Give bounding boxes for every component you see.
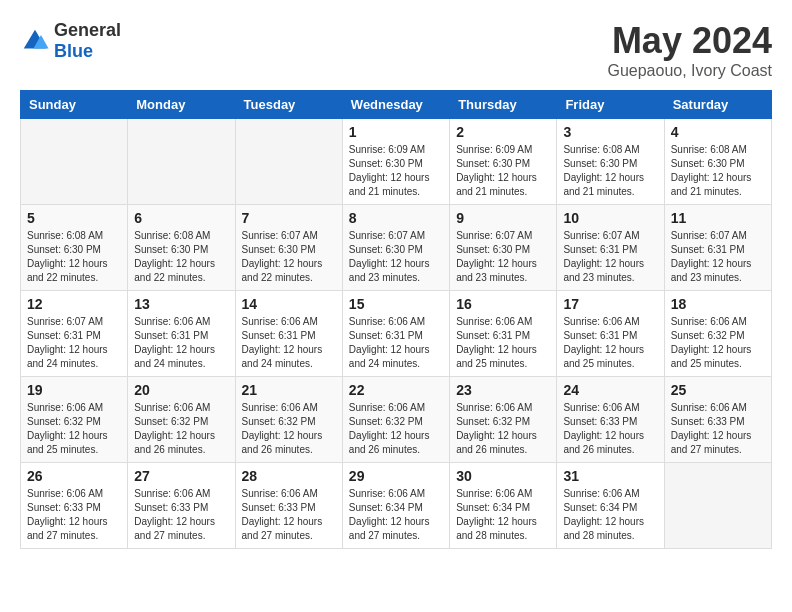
day-number: 20 xyxy=(134,382,228,398)
day-number: 9 xyxy=(456,210,550,226)
day-info: Sunrise: 6:06 AM Sunset: 6:33 PM Dayligh… xyxy=(671,401,765,457)
day-cell: 30Sunrise: 6:06 AM Sunset: 6:34 PM Dayli… xyxy=(450,463,557,549)
day-cell: 23Sunrise: 6:06 AM Sunset: 6:32 PM Dayli… xyxy=(450,377,557,463)
week-row-5: 26Sunrise: 6:06 AM Sunset: 6:33 PM Dayli… xyxy=(21,463,772,549)
day-info: Sunrise: 6:07 AM Sunset: 6:31 PM Dayligh… xyxy=(671,229,765,285)
day-info: Sunrise: 6:06 AM Sunset: 6:33 PM Dayligh… xyxy=(134,487,228,543)
header-saturday: Saturday xyxy=(664,91,771,119)
day-cell xyxy=(21,119,128,205)
day-cell: 16Sunrise: 6:06 AM Sunset: 6:31 PM Dayli… xyxy=(450,291,557,377)
day-cell: 31Sunrise: 6:06 AM Sunset: 6:34 PM Dayli… xyxy=(557,463,664,549)
logo-text: General Blue xyxy=(54,20,121,62)
day-info: Sunrise: 6:09 AM Sunset: 6:30 PM Dayligh… xyxy=(456,143,550,199)
day-cell: 29Sunrise: 6:06 AM Sunset: 6:34 PM Dayli… xyxy=(342,463,449,549)
day-info: Sunrise: 6:06 AM Sunset: 6:32 PM Dayligh… xyxy=(242,401,336,457)
day-info: Sunrise: 6:07 AM Sunset: 6:30 PM Dayligh… xyxy=(349,229,443,285)
day-info: Sunrise: 6:06 AM Sunset: 6:32 PM Dayligh… xyxy=(456,401,550,457)
day-cell: 24Sunrise: 6:06 AM Sunset: 6:33 PM Dayli… xyxy=(557,377,664,463)
day-info: Sunrise: 6:08 AM Sunset: 6:30 PM Dayligh… xyxy=(563,143,657,199)
day-number: 31 xyxy=(563,468,657,484)
day-cell: 1Sunrise: 6:09 AM Sunset: 6:30 PM Daylig… xyxy=(342,119,449,205)
day-info: Sunrise: 6:06 AM Sunset: 6:32 PM Dayligh… xyxy=(671,315,765,371)
day-cell: 7Sunrise: 6:07 AM Sunset: 6:30 PM Daylig… xyxy=(235,205,342,291)
day-cell: 2Sunrise: 6:09 AM Sunset: 6:30 PM Daylig… xyxy=(450,119,557,205)
day-number: 15 xyxy=(349,296,443,312)
calendar-title: May 2024 xyxy=(607,20,772,62)
day-info: Sunrise: 6:06 AM Sunset: 6:34 PM Dayligh… xyxy=(456,487,550,543)
day-info: Sunrise: 6:07 AM Sunset: 6:30 PM Dayligh… xyxy=(242,229,336,285)
logo: General Blue xyxy=(20,20,121,62)
day-number: 2 xyxy=(456,124,550,140)
day-number: 5 xyxy=(27,210,121,226)
day-cell: 14Sunrise: 6:06 AM Sunset: 6:31 PM Dayli… xyxy=(235,291,342,377)
day-info: Sunrise: 6:06 AM Sunset: 6:33 PM Dayligh… xyxy=(27,487,121,543)
calendar-location: Guepaouo, Ivory Coast xyxy=(607,62,772,80)
day-info: Sunrise: 6:09 AM Sunset: 6:30 PM Dayligh… xyxy=(349,143,443,199)
day-cell xyxy=(664,463,771,549)
day-info: Sunrise: 6:06 AM Sunset: 6:33 PM Dayligh… xyxy=(563,401,657,457)
day-number: 18 xyxy=(671,296,765,312)
day-number: 19 xyxy=(27,382,121,398)
week-row-1: 1Sunrise: 6:09 AM Sunset: 6:30 PM Daylig… xyxy=(21,119,772,205)
day-cell: 25Sunrise: 6:06 AM Sunset: 6:33 PM Dayli… xyxy=(664,377,771,463)
day-number: 17 xyxy=(563,296,657,312)
week-row-4: 19Sunrise: 6:06 AM Sunset: 6:32 PM Dayli… xyxy=(21,377,772,463)
day-cell: 18Sunrise: 6:06 AM Sunset: 6:32 PM Dayli… xyxy=(664,291,771,377)
logo-blue: Blue xyxy=(54,41,93,61)
day-info: Sunrise: 6:06 AM Sunset: 6:31 PM Dayligh… xyxy=(349,315,443,371)
day-number: 26 xyxy=(27,468,121,484)
header-wednesday: Wednesday xyxy=(342,91,449,119)
day-number: 24 xyxy=(563,382,657,398)
day-number: 22 xyxy=(349,382,443,398)
header-tuesday: Tuesday xyxy=(235,91,342,119)
day-info: Sunrise: 6:06 AM Sunset: 6:33 PM Dayligh… xyxy=(242,487,336,543)
day-cell: 21Sunrise: 6:06 AM Sunset: 6:32 PM Dayli… xyxy=(235,377,342,463)
day-info: Sunrise: 6:06 AM Sunset: 6:31 PM Dayligh… xyxy=(242,315,336,371)
day-cell xyxy=(235,119,342,205)
day-cell xyxy=(128,119,235,205)
day-number: 13 xyxy=(134,296,228,312)
day-cell: 5Sunrise: 6:08 AM Sunset: 6:30 PM Daylig… xyxy=(21,205,128,291)
day-number: 12 xyxy=(27,296,121,312)
day-info: Sunrise: 6:06 AM Sunset: 6:32 PM Dayligh… xyxy=(134,401,228,457)
day-cell: 8Sunrise: 6:07 AM Sunset: 6:30 PM Daylig… xyxy=(342,205,449,291)
day-number: 25 xyxy=(671,382,765,398)
day-cell: 11Sunrise: 6:07 AM Sunset: 6:31 PM Dayli… xyxy=(664,205,771,291)
calendar-table: Sunday Monday Tuesday Wednesday Thursday… xyxy=(20,90,772,549)
day-number: 27 xyxy=(134,468,228,484)
day-info: Sunrise: 6:07 AM Sunset: 6:30 PM Dayligh… xyxy=(456,229,550,285)
day-cell: 26Sunrise: 6:06 AM Sunset: 6:33 PM Dayli… xyxy=(21,463,128,549)
day-number: 14 xyxy=(242,296,336,312)
week-row-2: 5Sunrise: 6:08 AM Sunset: 6:30 PM Daylig… xyxy=(21,205,772,291)
header-sunday: Sunday xyxy=(21,91,128,119)
day-cell: 22Sunrise: 6:06 AM Sunset: 6:32 PM Dayli… xyxy=(342,377,449,463)
day-number: 10 xyxy=(563,210,657,226)
header-thursday: Thursday xyxy=(450,91,557,119)
day-info: Sunrise: 6:06 AM Sunset: 6:34 PM Dayligh… xyxy=(563,487,657,543)
day-number: 8 xyxy=(349,210,443,226)
day-info: Sunrise: 6:06 AM Sunset: 6:31 PM Dayligh… xyxy=(456,315,550,371)
day-cell: 27Sunrise: 6:06 AM Sunset: 6:33 PM Dayli… xyxy=(128,463,235,549)
day-number: 28 xyxy=(242,468,336,484)
day-info: Sunrise: 6:08 AM Sunset: 6:30 PM Dayligh… xyxy=(134,229,228,285)
day-cell: 28Sunrise: 6:06 AM Sunset: 6:33 PM Dayli… xyxy=(235,463,342,549)
day-info: Sunrise: 6:06 AM Sunset: 6:31 PM Dayligh… xyxy=(563,315,657,371)
day-number: 3 xyxy=(563,124,657,140)
day-number: 11 xyxy=(671,210,765,226)
weekday-header-row: Sunday Monday Tuesday Wednesday Thursday… xyxy=(21,91,772,119)
day-cell: 3Sunrise: 6:08 AM Sunset: 6:30 PM Daylig… xyxy=(557,119,664,205)
logo-general: General xyxy=(54,20,121,40)
day-info: Sunrise: 6:08 AM Sunset: 6:30 PM Dayligh… xyxy=(27,229,121,285)
day-info: Sunrise: 6:06 AM Sunset: 6:32 PM Dayligh… xyxy=(349,401,443,457)
day-cell: 13Sunrise: 6:06 AM Sunset: 6:31 PM Dayli… xyxy=(128,291,235,377)
day-number: 1 xyxy=(349,124,443,140)
day-number: 23 xyxy=(456,382,550,398)
day-info: Sunrise: 6:07 AM Sunset: 6:31 PM Dayligh… xyxy=(563,229,657,285)
day-info: Sunrise: 6:07 AM Sunset: 6:31 PM Dayligh… xyxy=(27,315,121,371)
day-info: Sunrise: 6:06 AM Sunset: 6:34 PM Dayligh… xyxy=(349,487,443,543)
day-number: 4 xyxy=(671,124,765,140)
day-cell: 19Sunrise: 6:06 AM Sunset: 6:32 PM Dayli… xyxy=(21,377,128,463)
header-friday: Friday xyxy=(557,91,664,119)
day-number: 6 xyxy=(134,210,228,226)
day-info: Sunrise: 6:08 AM Sunset: 6:30 PM Dayligh… xyxy=(671,143,765,199)
